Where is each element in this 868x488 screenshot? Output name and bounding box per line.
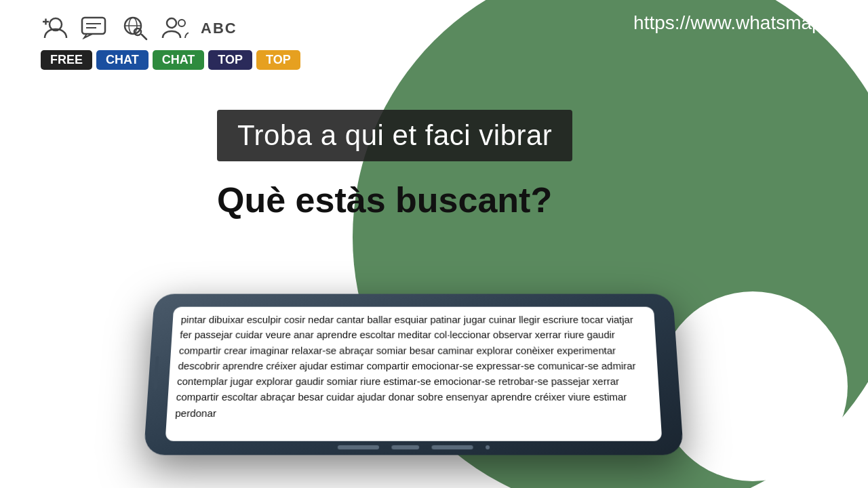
svg-point-12 <box>178 20 185 26</box>
badge-top-orange[interactable]: TOP <box>256 50 300 70</box>
svg-point-11 <box>167 18 176 28</box>
phone-home-dot <box>486 445 490 449</box>
abc-label: ABC <box>201 20 237 37</box>
chat-icon[interactable] <box>80 15 107 42</box>
badge-chat-blue[interactable]: CHAT <box>96 50 149 70</box>
tagline-banner: Troba a qui et faci vibrar <box>217 110 572 161</box>
phone-mockup: pintar dibuixar esculpir cosir nedar can… <box>144 294 684 455</box>
phone-bottom-bar <box>338 445 490 449</box>
phone-screen-text: pintar dibuixar esculpir cosir nedar can… <box>166 307 661 426</box>
top-left-panel: ABC FREE CHAT CHAT TOP TOP <box>41 14 300 70</box>
icons-row: ABC <box>41 14 300 43</box>
phone-screen: pintar dibuixar esculpir cosir nedar can… <box>165 307 663 441</box>
subtitle-text: Què estàs buscant? <box>217 180 552 220</box>
phone-bar-medium <box>391 445 419 449</box>
badge-chat-green[interactable]: CHAT <box>153 50 205 70</box>
svg-line-9 <box>142 35 146 39</box>
main-content: Troba a qui et faci vibrar Què estàs bus… <box>0 0 868 488</box>
badge-top-dark[interactable]: TOP <box>208 50 252 70</box>
phone-bar-wide-2 <box>431 445 473 449</box>
badge-free[interactable]: FREE <box>41 50 92 70</box>
phone-side-button <box>153 356 159 390</box>
phone-bar-wide-1 <box>338 445 379 449</box>
add-user-icon[interactable] <box>41 15 68 42</box>
phone-outer-frame: pintar dibuixar esculpir cosir nedar can… <box>144 294 684 455</box>
website-url: https://www.whatsmap.es <box>633 12 848 34</box>
svg-rect-3 <box>82 18 105 34</box>
tagline-text: Troba a qui et faci vibrar <box>237 119 552 151</box>
badges-row: FREE CHAT CHAT TOP TOP <box>41 50 300 70</box>
search-globe-icon[interactable] <box>119 14 149 43</box>
group-search-icon[interactable] <box>161 15 189 42</box>
